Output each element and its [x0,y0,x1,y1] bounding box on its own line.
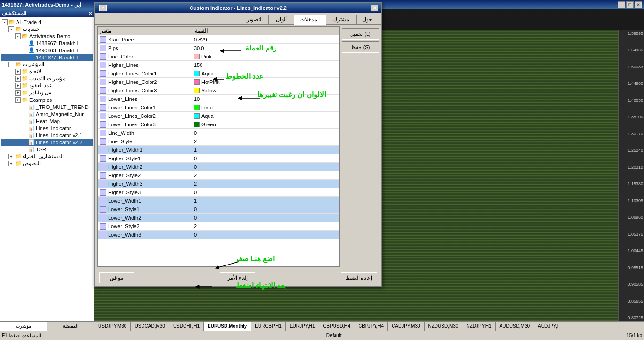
param-row[interactable]: Higher_Style10 [98,154,339,163]
param-name-cell: Higher_Lines [98,61,192,69]
param-value-cell[interactable]: 0 [192,155,339,162]
param-name-text: Lower_Style1 [108,207,140,212]
param-row[interactable]: Lower_Style22 [98,222,339,231]
param-row-icon [100,164,106,170]
modal-tabs[interactable]: حولمشتركالمدخلاتألوانالتصوير [95,13,381,25]
save-button[interactable]: حفظ (S) [342,41,379,53]
param-row[interactable]: Lower_Width30 [98,231,339,239]
color-swatch [194,88,200,93]
param-value-text: 2 [194,139,197,144]
param-row[interactable]: Lower_Lines_Color3Green [98,120,339,129]
param-row[interactable]: Higher_Width11 [98,146,339,154]
param-value-cell[interactable]: 0 [192,215,339,221]
modal-tab-مشترك[interactable]: مشترك [327,15,355,24]
param-name-text: Higher_Style2 [108,173,141,178]
param-value-cell[interactable]: 0 [192,189,339,196]
param-name-text: Higher_Width3 [108,181,142,187]
color-swatch [194,122,200,127]
param-name-text: Start_Price [108,37,134,42]
param-value-cell[interactable]: 1 [192,147,339,153]
param-row[interactable]: Lower_Width11 [98,197,339,205]
modal-help-btn[interactable]: ? [99,5,107,11]
param-row[interactable]: Line_Style2 [98,137,339,146]
param-row[interactable]: Start_Price0.829 [98,35,339,44]
modal-dialog: ? Custom Indicator - Lines_Indicator v2.… [94,2,382,287]
modal-tab-التصوير[interactable]: التصوير [241,15,269,24]
param-name-cell: Line_Style [98,138,192,145]
param-row[interactable]: Higher_Lines_Color3Yellow [98,86,339,95]
reset-button[interactable]: إعادة الضبط [341,272,377,283]
param-value-cell[interactable]: 0.829 [192,36,339,43]
load-button[interactable]: تحميل (L) [342,28,379,40]
param-name-text: Higher_Width1 [108,147,142,153]
param-value-cell[interactable]: HotPink [192,79,339,85]
param-name-cell: Line_Width [98,129,192,137]
param-name-text: Lower_Width3 [108,232,141,238]
param-value-cell[interactable]: 0 [192,130,339,136]
color-swatch [194,113,200,119]
param-value-cell[interactable]: Green [192,121,339,128]
param-row-icon [100,172,106,179]
param-value-cell[interactable]: 2 [192,172,339,179]
param-table-scroll[interactable]: Start_Price0.829Pips30.0Line_ColorPinkHi… [98,35,339,266]
param-name-cell: Lower_Lines [98,95,192,103]
param-row[interactable]: Higher_Lines_Color2HotPink [98,78,339,86]
param-row[interactable]: Higher_Style22 [98,171,339,180]
param-value-text: 0 [194,190,197,195]
param-row[interactable]: Higher_Width32 [98,180,339,188]
modal-tab-ألوان[interactable]: ألوان [270,15,293,24]
param-value-cell[interactable]: 0 [192,206,339,213]
param-value-text: Lime [201,105,213,110]
param-value-cell[interactable]: 1 [192,198,339,204]
param-name-cell: Lower_Width1 [98,197,192,205]
param-row[interactable]: Pips30.0 [98,44,339,52]
modal-tab-المدخلات[interactable]: المدخلات [294,15,326,25]
param-value-cell[interactable]: 0 [192,232,339,238]
param-row-icon [100,104,106,111]
param-value-cell[interactable]: Lime [192,104,339,111]
param-value-cell[interactable]: Aqua [192,113,339,119]
param-row[interactable]: Lower_Lines_Color1Lime [98,103,339,112]
param-row[interactable]: Higher_Style30 [98,188,339,197]
param-value-cell[interactable]: Aqua [192,70,339,77]
param-container: متغير القيمة Start_Price0.829Pips30.0Lin… [95,25,381,269]
param-name-cell: Higher_Lines_Color3 [98,87,192,94]
param-row[interactable]: Line_ColorPink [98,52,339,61]
param-row[interactable]: Line_Width0 [98,129,339,137]
param-row-icon [100,121,106,128]
modal-close-btn[interactable]: ✕ [371,5,378,11]
param-row[interactable]: Higher_Lines150 [98,61,339,69]
param-value-cell[interactable]: 2 [192,223,339,230]
param-value-cell[interactable]: Pink [192,53,339,60]
param-value-text: 0 [194,130,197,136]
param-row[interactable]: Higher_Lines_Color1Aqua [98,69,339,78]
param-value-cell[interactable]: 0 [192,164,339,170]
param-row[interactable]: Lower_Lines10 [98,95,339,103]
modal-side-buttons[interactable]: تحميل (L)حفظ (S) [342,26,379,267]
param-value-cell[interactable]: 2 [192,138,339,145]
param-row[interactable]: Higher_Width20 [98,163,339,171]
param-name-cell: Higher_Width3 [98,180,192,188]
param-value-cell[interactable]: 30.0 [192,45,339,51]
param-row-icon [100,113,106,119]
param-value-cell[interactable]: 2 [192,181,339,187]
param-name-cell: Higher_Lines_Color1 [98,70,192,77]
param-value-cell[interactable]: Yellow [192,87,339,94]
modal-tab-حول[interactable]: حول [356,15,378,24]
param-name-text: Higher_Lines_Color1 [108,71,157,76]
param-row-icon [100,36,106,43]
param-row-icon [100,70,106,77]
param-name-cell: Line_Color [98,53,192,60]
param-row[interactable]: Lower_Width20 [98,214,339,222]
param-row[interactable]: Lower_Lines_Color2Aqua [98,112,339,120]
ok-button[interactable]: موافق [99,272,134,283]
cancel-button[interactable]: إلغاء الأمر [220,272,255,283]
param-value-text: 2 [194,224,197,229]
param-name-text: Higher_Width2 [108,164,142,170]
param-value-cell[interactable]: 150 [192,62,339,68]
param-row[interactable]: Lower_Style10 [98,205,339,214]
param-value-cell[interactable]: 10 [192,96,339,102]
param-value-text: HotPink [201,79,220,85]
param-row-icon [100,232,106,238]
param-name-text: Lower_Lines_Color3 [108,122,156,127]
